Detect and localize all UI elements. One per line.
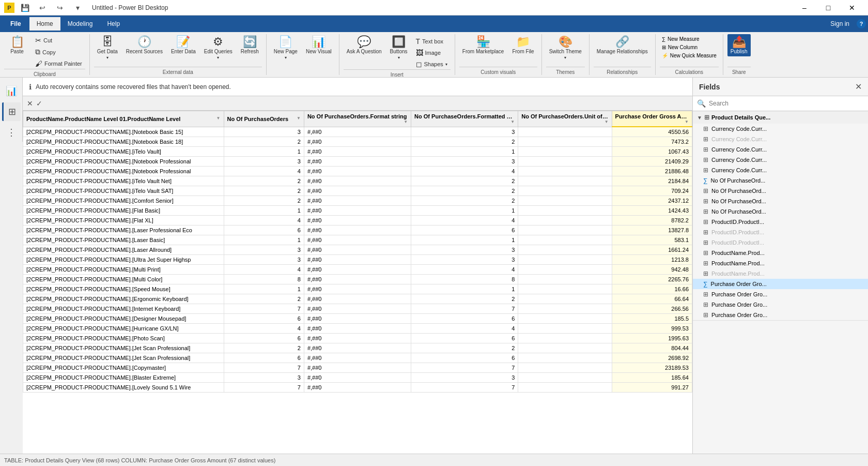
field-item[interactable]: ⊞ ProductName.Prod... xyxy=(693,268,868,279)
cut-button[interactable]: ✂ Cut xyxy=(32,35,85,46)
field-item-label: ProductName.Prod... xyxy=(711,250,765,256)
switch-theme-button[interactable]: 🎨 Switch Theme ▾ xyxy=(546,34,585,62)
refresh-button[interactable]: 🔄 Refresh xyxy=(238,34,262,56)
sidebar-report-view[interactable]: 📊 xyxy=(2,82,21,100)
table-wrapper[interactable]: ProductName.ProductName Level 01.Product… xyxy=(23,111,692,454)
edit-queries-icon: ⚙ xyxy=(213,36,223,48)
tab-file[interactable]: File xyxy=(2,17,29,31)
tab-home[interactable]: Home xyxy=(29,17,60,31)
get-data-button[interactable]: 🗄 Get Data ▾ xyxy=(94,34,121,62)
field-item[interactable]: ⊞ ProductName.Prod... xyxy=(693,248,868,258)
tab-help[interactable]: Help xyxy=(100,17,127,31)
ask-question-button[interactable]: 💬 Ask A Question xyxy=(344,34,385,56)
maximize-button[interactable]: □ xyxy=(816,0,840,16)
undo-button[interactable]: ↩ xyxy=(35,1,50,15)
new-visual-button[interactable]: 📊 New Visual xyxy=(303,34,335,56)
field-item[interactable]: ⊞ Currency Code.Curr... xyxy=(693,165,868,175)
close-button[interactable]: ✕ xyxy=(840,0,864,16)
field-item[interactable]: ⊞ Currency Code.Curr... xyxy=(693,124,868,134)
help-icon[interactable]: ? xyxy=(857,19,866,28)
ribbon-tabs: File Home Modeling Help Sign in ? xyxy=(0,16,868,32)
tab-modeling[interactable]: Modeling xyxy=(60,17,100,31)
field-item-label: ProductName.Prod... xyxy=(711,260,765,266)
field-item[interactable]: ⊞ ProductName.Prod... xyxy=(693,258,868,268)
enter-data-button[interactable]: 📝 Enter Data xyxy=(168,34,199,56)
buttons-button[interactable]: 🔲 Buttons ▾ xyxy=(387,34,411,62)
cell-formatted: 3 xyxy=(411,157,518,167)
edit-queries-button[interactable]: ⚙ Edit Queries ▾ xyxy=(201,34,236,62)
col-unit-measure[interactable]: No Of PurchaseOrders.Unit of measure ▼ xyxy=(518,111,612,127)
col-po-filter[interactable]: ▼ xyxy=(297,116,301,121)
sidebar-data-view[interactable]: ⊞ xyxy=(2,102,21,121)
cell-amount: 2698.92 xyxy=(612,353,692,363)
cell-count: 6 xyxy=(224,226,304,235)
col-ga-filter[interactable]: ▼ xyxy=(685,119,689,124)
new-column-button[interactable]: ⊞ New Column xyxy=(660,43,719,51)
field-item[interactable]: ⊞ Purchase Order Gro... xyxy=(693,310,868,320)
publish-button[interactable]: 📤 Publish xyxy=(727,34,751,56)
recent-sources-button[interactable]: 🕐 Recent Sources xyxy=(123,34,166,56)
shapes-button[interactable]: ◻ Shapes ▾ xyxy=(413,59,451,69)
field-item[interactable]: ∑ Purchase Order Gro... xyxy=(693,279,868,289)
field-item[interactable]: ⊞ ProductID.ProductI... xyxy=(693,217,868,227)
field-item[interactable]: ⊞ Purchase Order Gro... xyxy=(693,289,868,299)
field-item[interactable]: ⊞ Currency Code.Curr... xyxy=(693,134,868,144)
field-item[interactable]: ⊞ No Of PurchaseOrd... xyxy=(693,196,868,206)
field-item[interactable]: ⊞ No Of PurchaseOrd... xyxy=(693,186,868,196)
manage-relationships-button[interactable]: 🔗 Manage Relationships xyxy=(594,34,651,56)
cell-amount: 2265.76 xyxy=(612,275,692,284)
panel-close-button[interactable]: ✕ xyxy=(855,82,862,92)
field-item[interactable]: ⊞ No Of PurchaseOrd... xyxy=(693,206,868,217)
field-item[interactable]: ⊞ Currency Code.Curr... xyxy=(693,144,868,155)
col-fv-filter[interactable]: ▼ xyxy=(510,119,515,124)
cell-amount: 16.66 xyxy=(612,284,692,294)
cell-count: 2 xyxy=(224,294,304,304)
field-item[interactable]: ⊞ Currency Code.Curr... xyxy=(693,155,868,165)
formula-cancel-button[interactable]: ✕ xyxy=(27,99,33,108)
sidebar-model-view[interactable]: ⋮ xyxy=(2,123,21,142)
cell-unit xyxy=(518,373,612,383)
col-format-filter[interactable]: ▼ xyxy=(404,119,408,124)
formula-confirm-button[interactable]: ✓ xyxy=(36,99,42,108)
new-quick-measure-button[interactable]: ⚡ New Quick Measure xyxy=(660,52,719,59)
image-button[interactable]: 🖼 Image xyxy=(413,48,451,58)
more-options-button[interactable]: ▾ xyxy=(70,1,85,15)
external-data-group: 🗄 Get Data ▾ 🕐 Recent Sources 📝 Enter Da… xyxy=(90,34,267,75)
field-item[interactable]: ⊞ ProductID.ProductI... xyxy=(693,237,868,248)
save-button[interactable]: 💾 xyxy=(18,1,32,15)
field-item-label: No Of PurchaseOrd... xyxy=(711,177,766,184)
col-format-string[interactable]: No Of PurchaseOrders.Format string ▼ xyxy=(304,111,411,127)
cell-format: #,##0 xyxy=(304,196,411,206)
new-measure-button[interactable]: ∑ New Measure xyxy=(660,35,719,43)
col-gross-amount[interactable]: Purchase Order Gross Amount ▼ xyxy=(612,111,692,127)
new-page-button[interactable]: 📄 New Page ▾ xyxy=(271,34,301,62)
col-purchaseorders[interactable]: No Of PurchaseOrders ▼ xyxy=(224,111,304,127)
format-painter-button[interactable]: 🖌 Format Painter xyxy=(32,58,85,69)
sign-in-button[interactable]: Sign in xyxy=(825,18,855,29)
from-file-button[interactable]: 📁 From File xyxy=(509,34,537,56)
search-input[interactable] xyxy=(709,100,864,107)
field-item-label: ProductID.ProductI... xyxy=(711,219,764,225)
cell-count: 2 xyxy=(224,196,304,206)
text-box-button[interactable]: T Text box xyxy=(413,36,451,47)
col-unit-filter[interactable]: ▼ xyxy=(605,119,609,124)
field-item[interactable]: ∑ No Of PurchaseOrd... xyxy=(693,175,868,186)
minimize-button[interactable]: – xyxy=(793,0,816,16)
recovery-message: Auto recovery contains some recovered fi… xyxy=(36,83,778,91)
cell-format: #,##0 xyxy=(304,373,411,383)
col-productname[interactable]: ProductName.ProductName Level 01.Product… xyxy=(23,111,224,127)
field-item[interactable]: ⊞ Purchase Order Gro... xyxy=(693,299,868,310)
cell-name: [2CREPM_PRODUCT-PRODUCTNAME].[Flat Basic… xyxy=(23,206,224,216)
col-formatted-value[interactable]: No Of PurchaseOrders.Formatted Value ▼ xyxy=(411,111,518,127)
col-productname-filter[interactable]: ▼ xyxy=(216,116,221,121)
cell-name: [2CREPM_PRODUCT-PRODUCTNAME].[Laser Allr… xyxy=(23,245,224,255)
cell-unit xyxy=(518,343,612,353)
from-marketplace-button[interactable]: 🏪 From Marketplace xyxy=(459,34,507,56)
cell-formatted: 1 xyxy=(411,284,518,294)
copy-button[interactable]: ⧉ Copy xyxy=(32,47,85,57)
ask-question-icon: 💬 xyxy=(357,36,371,48)
paste-button[interactable]: 📋 Paste xyxy=(4,34,30,56)
field-item[interactable]: ⊞ ProductID.ProductI... xyxy=(693,227,868,237)
field-group-header[interactable]: ▼ ⊞ Product Details Que... xyxy=(693,111,868,124)
redo-button[interactable]: ↪ xyxy=(53,1,67,15)
